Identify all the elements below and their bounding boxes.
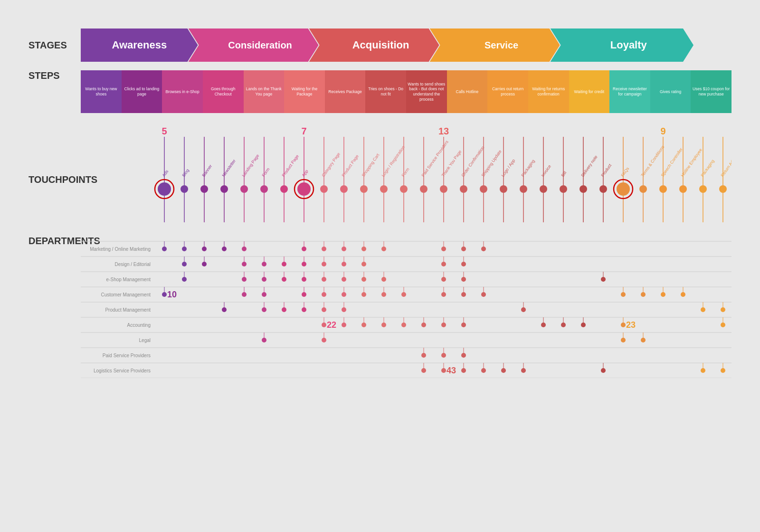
svg-point-88 bbox=[719, 185, 727, 193]
svg-point-219 bbox=[262, 292, 266, 297]
svg-point-183 bbox=[182, 277, 187, 282]
svg-point-293 bbox=[541, 323, 546, 327]
svg-point-14 bbox=[240, 185, 248, 193]
svg-text:13: 13 bbox=[438, 127, 449, 136]
svg-point-119 bbox=[182, 247, 187, 251]
svg-point-289 bbox=[441, 323, 446, 327]
svg-point-191 bbox=[302, 277, 306, 282]
svg-point-227 bbox=[361, 292, 366, 297]
svg-point-229 bbox=[381, 292, 386, 297]
svg-text:Invoice: Invoice bbox=[540, 164, 552, 178]
svg-point-203 bbox=[461, 277, 466, 282]
svg-point-121 bbox=[202, 247, 207, 251]
svg-point-265 bbox=[322, 307, 326, 312]
step-8: Wants to send shoes back - But does not … bbox=[406, 70, 447, 113]
svg-point-69 bbox=[599, 185, 607, 193]
stages-row: STAGES AwarenessConsiderationAcquisition… bbox=[28, 28, 732, 62]
svg-point-1 bbox=[158, 182, 171, 196]
svg-point-347 bbox=[601, 368, 606, 373]
svg-text:22: 22 bbox=[327, 320, 336, 330]
stage-label-3: Service bbox=[484, 40, 518, 51]
svg-point-48 bbox=[460, 185, 467, 193]
svg-text:Product: Product bbox=[600, 163, 612, 178]
svg-point-341 bbox=[481, 368, 486, 373]
svg-point-131 bbox=[342, 247, 346, 251]
svg-point-223 bbox=[322, 292, 326, 297]
svg-point-30 bbox=[340, 185, 348, 193]
svg-point-285 bbox=[401, 323, 406, 327]
steps-label: STEPS bbox=[28, 70, 81, 81]
svg-text:Ads: Ads bbox=[161, 169, 169, 178]
stage-label-2: Acquisition bbox=[352, 39, 409, 51]
svg-point-241 bbox=[641, 292, 646, 297]
svg-text:e-Shop Management: e-Shop Management bbox=[106, 277, 151, 282]
step-14: Gives rating bbox=[650, 70, 691, 113]
svg-point-79 bbox=[659, 185, 667, 193]
svg-point-161 bbox=[282, 262, 286, 266]
stages-label: STAGES bbox=[28, 40, 81, 51]
svg-point-123 bbox=[222, 247, 227, 251]
svg-point-287 bbox=[421, 323, 426, 327]
svg-text:Banner: Banner bbox=[201, 164, 213, 178]
svg-point-327 bbox=[421, 353, 426, 358]
svg-text:43: 43 bbox=[446, 366, 456, 375]
svg-point-8 bbox=[200, 185, 208, 193]
step-13: Receive newsletter for campaign bbox=[609, 70, 650, 113]
svg-point-187 bbox=[262, 277, 266, 282]
svg-text:App: App bbox=[301, 169, 309, 178]
stage-label-1: Consideration bbox=[228, 40, 292, 51]
svg-point-63 bbox=[560, 185, 567, 193]
svg-text:Speech Controller: Speech Controller bbox=[660, 147, 684, 178]
svg-point-45 bbox=[440, 185, 447, 193]
svg-point-33 bbox=[360, 185, 368, 193]
svg-point-331 bbox=[461, 353, 466, 358]
svg-text:7: 7 bbox=[301, 127, 306, 136]
svg-point-163 bbox=[302, 262, 306, 266]
svg-point-345 bbox=[521, 368, 526, 373]
svg-point-281 bbox=[361, 323, 366, 327]
svg-point-159 bbox=[262, 262, 266, 266]
svg-point-17 bbox=[260, 185, 268, 193]
svg-text:Accounting: Accounting bbox=[127, 323, 151, 328]
svg-point-193 bbox=[322, 277, 326, 282]
step-4: Lands on the Thank You page bbox=[244, 70, 285, 113]
svg-point-51 bbox=[480, 185, 487, 193]
touchpoints-label: TOUCHPOINTS bbox=[28, 127, 81, 232]
svg-point-243 bbox=[661, 292, 665, 297]
svg-point-349 bbox=[701, 368, 705, 373]
svg-point-125 bbox=[242, 247, 247, 251]
svg-text:Customer Management: Customer Management bbox=[101, 292, 151, 297]
svg-point-279 bbox=[342, 323, 346, 327]
step-15: Uses $10 coupon for new purchase bbox=[691, 70, 732, 113]
step-0: Wants to buy new shoes bbox=[81, 70, 122, 113]
svg-point-257 bbox=[222, 307, 227, 312]
svg-point-5 bbox=[180, 185, 188, 193]
step-1: Clicks ad to landing page bbox=[122, 70, 162, 113]
svg-point-245 bbox=[681, 292, 685, 297]
svg-point-343 bbox=[501, 368, 506, 373]
svg-point-11 bbox=[220, 185, 228, 193]
svg-point-319 bbox=[621, 338, 626, 342]
svg-point-195 bbox=[342, 277, 346, 282]
svg-text:Legal: Legal bbox=[139, 338, 151, 343]
svg-text:Logistics Service Providers: Logistics Service Providers bbox=[94, 368, 151, 373]
svg-point-233 bbox=[441, 292, 446, 297]
stages-container: AwarenessConsiderationAcquisitionService… bbox=[81, 28, 732, 62]
svg-text:5: 5 bbox=[162, 127, 167, 136]
svg-point-20 bbox=[280, 185, 288, 193]
svg-point-199 bbox=[381, 277, 386, 282]
svg-point-217 bbox=[242, 292, 247, 297]
svg-text:Bill: Bill bbox=[560, 171, 567, 178]
svg-text:Form: Form bbox=[261, 167, 270, 178]
svg-point-36 bbox=[380, 185, 388, 193]
svg-point-197 bbox=[361, 277, 366, 282]
svg-text:Logo / App: Logo / App bbox=[500, 158, 516, 178]
svg-text:Marketing / Online Marketing: Marketing / Online Marketing bbox=[90, 247, 151, 252]
right-content: AdsBlogBannerNewsletterLanding PageFormP… bbox=[81, 127, 732, 378]
svg-text:Blog: Blog bbox=[181, 168, 190, 178]
svg-point-335 bbox=[421, 368, 426, 373]
steps-row: STEPS Wants to buy new shoesClicks ad to… bbox=[28, 70, 732, 113]
svg-point-60 bbox=[540, 185, 547, 193]
svg-point-39 bbox=[400, 185, 408, 193]
svg-point-291 bbox=[461, 323, 466, 327]
